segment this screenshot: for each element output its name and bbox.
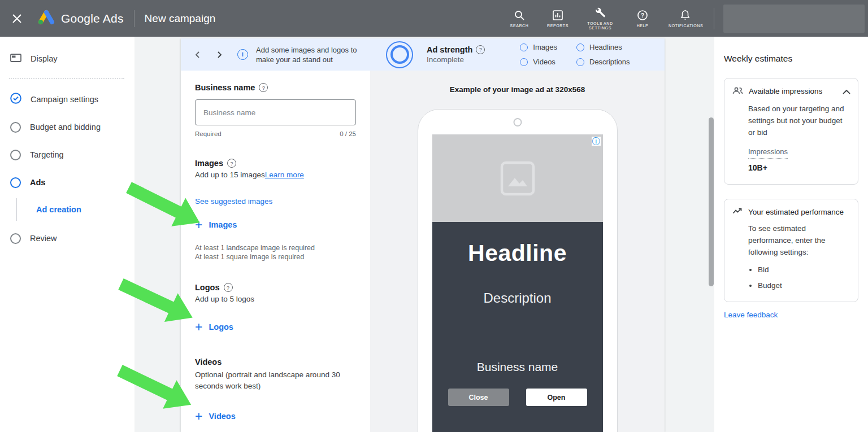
estimated-performance-card: Your estimated performance To see estima… — [724, 199, 858, 302]
ad-close-button[interactable]: Close — [448, 389, 509, 406]
page-title: New campaign — [145, 12, 216, 25]
previous-suggestion-button[interactable] — [191, 48, 205, 62]
see-suggested-images-link[interactable]: See suggested images — [195, 197, 272, 206]
account-info-redacted — [723, 5, 865, 33]
step-circle-icon — [10, 233, 21, 244]
sidebar-divider — [9, 78, 124, 79]
add-images-button[interactable]: + Images — [195, 220, 370, 230]
learn-more-link[interactable]: Learn more — [265, 171, 304, 179]
ad-strength-banner: i Add some images and logos to make your… — [181, 38, 665, 71]
wrench-icon — [594, 7, 606, 19]
google-ads-new-campaign-page: Google Ads New campaign SEARCH REPORTS T… — [0, 0, 868, 432]
tools-and-settings-button[interactable]: TOOLS AND SETTINGS — [584, 7, 617, 30]
help-circle-icon[interactable]: ? — [224, 283, 233, 292]
add-videos-button[interactable]: + Videos — [195, 411, 370, 421]
image-placeholder-icon — [499, 160, 536, 197]
sidebar-item-display[interactable]: Display — [0, 50, 134, 67]
ad-creation-panel: i Add some images and logos to make your… — [181, 38, 665, 432]
app-header: Google Ads New campaign SEARCH REPORTS T… — [0, 0, 868, 37]
impressions-metric-value: 10B+ — [748, 162, 849, 174]
preview-caption: Example of your image ad at 320x568 — [370, 85, 665, 94]
ad-strength-title: Ad strength — [427, 45, 472, 54]
ad-body: Headline Description Business name Close… — [432, 222, 603, 432]
business-name-helper: Required — [195, 130, 222, 137]
adchoices-info-icon[interactable]: ⓘ — [592, 137, 601, 146]
metric-descriptions: Descriptions — [576, 58, 630, 66]
campaign-steps-sidebar: Display Campaign settings Budget and bid… — [0, 37, 134, 432]
notifications-button[interactable]: NOTIFICATIONS — [669, 9, 701, 28]
help-circle-icon[interactable]: ? — [476, 45, 485, 54]
estimated-performance-description: To see estimated performance, enter the … — [748, 222, 849, 258]
images-title: Images — [195, 159, 223, 168]
add-logos-button[interactable]: + Logos — [195, 322, 370, 332]
sidebar-subitem-ad-creation[interactable]: Ad creation — [16, 198, 134, 221]
image-requirement-landscape: At least 1 landscape image is required — [195, 243, 370, 252]
images-subtitle: Add up to 15 images — [195, 171, 265, 179]
trending-up-icon — [732, 207, 743, 217]
next-suggestion-button[interactable] — [212, 48, 226, 62]
search-icon — [514, 9, 525, 21]
help-circle-icon[interactable]: ? — [227, 159, 236, 168]
business-name-counter: 0 / 25 — [340, 130, 356, 137]
estimated-performance-title: Your estimated performance — [748, 207, 850, 216]
reports-button[interactable]: REPORTS — [545, 9, 570, 28]
metric-circle-icon — [576, 58, 584, 66]
phone-mockup: ⓘ Headline Description Business name Clo… — [418, 109, 618, 432]
ad-preview-area: Example of your image ad at 320x568 ⓘ — [370, 71, 665, 432]
google-ads-logo-icon — [37, 10, 55, 28]
vertical-scrollbar[interactable] — [709, 117, 714, 286]
required-setting-budget: Budget — [758, 280, 849, 291]
ad-strength-metrics: Images Videos Headlines Descriptions — [520, 43, 630, 66]
metric-headlines: Headlines — [576, 43, 630, 51]
help-circle-icon[interactable]: ? — [259, 83, 268, 92]
impressions-metric-label[interactable]: Impressions — [748, 146, 788, 159]
step-circle-icon — [10, 150, 21, 160]
phone-camera-dot — [513, 118, 522, 126]
sidebar-item-ads[interactable]: Ads — [0, 174, 134, 191]
ad-description: Description — [483, 290, 551, 306]
videos-title: Videos — [195, 357, 222, 366]
plus-icon: + — [195, 411, 202, 421]
product-name: Google Ads — [61, 12, 124, 25]
search-button[interactable]: SEARCH — [507, 9, 532, 28]
reports-icon — [552, 9, 563, 21]
business-name-input[interactable] — [195, 99, 356, 125]
phone-screen: ⓘ Headline Description Business name Clo… — [432, 134, 603, 432]
plus-icon: + — [195, 322, 202, 332]
sidebar-item-review[interactable]: Review — [0, 230, 134, 247]
close-icon[interactable] — [11, 13, 23, 24]
videos-subtitle: Optional (portrait and landscape around … — [195, 369, 362, 392]
metric-circle-icon — [520, 58, 528, 66]
sidebar-item-budget-and-bidding[interactable]: Budget and bidding — [0, 119, 134, 136]
required-settings-list: Bid Budget — [748, 264, 849, 291]
metric-circle-icon — [520, 43, 528, 51]
ad-strength-gauge — [386, 41, 413, 68]
svg-text:?: ? — [641, 12, 644, 19]
business-name-label: Business name — [195, 83, 255, 92]
substep-line — [16, 198, 17, 221]
ad-headline: Headline — [468, 240, 567, 267]
ad-asset-form: Business name? Required 0 / 25 Images? A… — [181, 71, 370, 432]
help-icon: ? — [637, 9, 648, 21]
weekly-estimates-panel: Weekly estimates Available impressions B… — [714, 37, 868, 432]
metric-images: Images — [520, 43, 557, 51]
sidebar-item-campaign-settings[interactable]: Campaign settings — [0, 91, 134, 108]
ad-open-button[interactable]: Open — [526, 389, 587, 406]
sidebar-item-targeting[interactable]: Targeting — [0, 146, 134, 163]
info-icon: i — [237, 49, 248, 60]
step-circle-active-icon — [10, 177, 21, 188]
leave-feedback-link[interactable]: Leave feedback — [724, 311, 778, 319]
banner-message: Add some images and logos to make your a… — [256, 45, 363, 64]
bell-icon — [680, 9, 691, 21]
help-button[interactable]: ? HELP — [630, 9, 655, 28]
metric-videos: Videos — [520, 58, 557, 66]
required-setting-bid: Bid — [758, 264, 849, 276]
display-type-icon — [10, 53, 21, 65]
logos-subtitle: Add up to 5 logos — [195, 295, 370, 303]
ad-business-name: Business name — [477, 360, 558, 374]
ad-strength-status: Incomplete — [427, 55, 464, 64]
check-circle-icon — [10, 93, 21, 106]
audience-icon — [732, 86, 743, 98]
chevron-up-icon[interactable] — [843, 86, 850, 97]
logos-title: Logos — [195, 283, 220, 292]
